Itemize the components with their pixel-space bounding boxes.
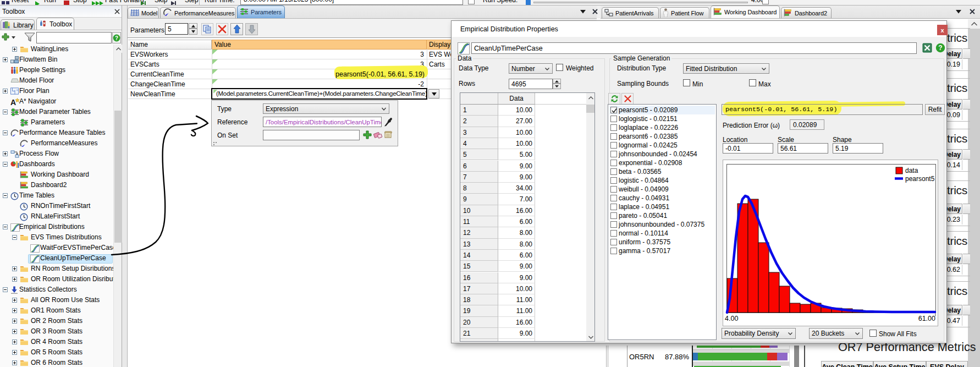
svg-text:4.00: 4.00 <box>725 315 738 322</box>
svg-text:A: A <box>10 98 16 106</box>
svg-text:?: ? <box>115 35 118 41</box>
svg-text:data: data <box>905 167 918 174</box>
svg-text:pearsont5: pearsont5 <box>905 175 935 183</box>
svg-text:?: ? <box>938 44 942 52</box>
svg-text:61.00: 61.00 <box>918 315 935 322</box>
